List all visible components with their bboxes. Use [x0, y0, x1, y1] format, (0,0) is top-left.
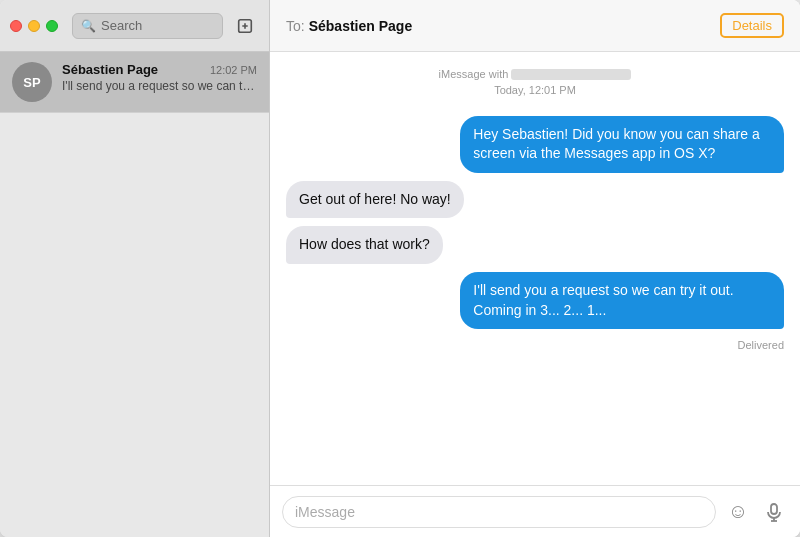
message-row: Get out of here! No way!: [286, 181, 784, 219]
emoji-button[interactable]: ☺: [724, 498, 752, 526]
message-input[interactable]: [282, 496, 716, 528]
message-bubble: How does that work?: [286, 226, 443, 264]
conversation-preview: I'll send you a request so we can try it…: [62, 79, 257, 93]
timestamp-label: Today, 12:01 PM: [286, 84, 784, 96]
message-row: Hey Sebastien! Did you know you can shar…: [286, 116, 784, 173]
emoji-icon: ☺: [728, 500, 748, 523]
svg-rect-3: [771, 504, 777, 514]
message-bubble: I'll send you a request so we can try it…: [460, 272, 784, 329]
main-layout: 🔍 Search SP Sébastien Page: [0, 0, 800, 537]
messages-window: 🔍 Search SP Sébastien Page: [0, 0, 800, 537]
imessage-label: iMessage with: [286, 68, 784, 82]
conversation-top: Sébastien Page 12:02 PM: [62, 62, 257, 77]
conversation-content: Sébastien Page 12:02 PM I'll send you a …: [62, 62, 257, 93]
message-bubble: Get out of here! No way!: [286, 181, 464, 219]
recipient-name: Sébastien Page: [309, 18, 413, 34]
conversation-item[interactable]: SP Sébastien Page 12:02 PM I'll send you…: [0, 52, 269, 113]
minimize-button[interactable]: [28, 20, 40, 32]
main-chat: To: Sébastien Page Details iMessage with…: [270, 0, 800, 537]
chat-header-to: To: Sébastien Page: [286, 18, 412, 34]
messages-meta: iMessage with Today, 12:01 PM: [286, 68, 784, 112]
maximize-button[interactable]: [46, 20, 58, 32]
blurred-id: [511, 69, 631, 80]
conversation-list: SP Sébastien Page 12:02 PM I'll send you…: [0, 52, 269, 537]
conversation-time: 12:02 PM: [210, 64, 257, 76]
sidebar: 🔍 Search SP Sébastien Page: [0, 0, 270, 537]
compose-button[interactable]: [231, 12, 259, 40]
close-button[interactable]: [10, 20, 22, 32]
message-row: I'll send you a request so we can try it…: [286, 272, 784, 329]
input-bar: ☺: [270, 485, 800, 537]
microphone-button[interactable]: [760, 498, 788, 526]
messages-area: iMessage with Today, 12:01 PM Hey Sebast…: [270, 52, 800, 485]
avatar: SP: [12, 62, 52, 102]
message-row: How does that work?: [286, 226, 784, 264]
microphone-icon: [764, 502, 784, 522]
sidebar-header: 🔍 Search: [0, 0, 269, 52]
traffic-lights: [10, 20, 58, 32]
message-bubble: Hey Sebastien! Did you know you can shar…: [460, 116, 784, 173]
search-icon: 🔍: [81, 19, 96, 33]
to-label: To:: [286, 18, 305, 34]
conversation-name: Sébastien Page: [62, 62, 158, 77]
search-label: Search: [101, 18, 142, 33]
search-bar[interactable]: 🔍 Search: [72, 13, 223, 39]
delivered-label: Delivered: [286, 339, 784, 351]
chat-header: To: Sébastien Page Details: [270, 0, 800, 52]
compose-icon: [236, 17, 254, 35]
details-button[interactable]: Details: [720, 13, 784, 38]
